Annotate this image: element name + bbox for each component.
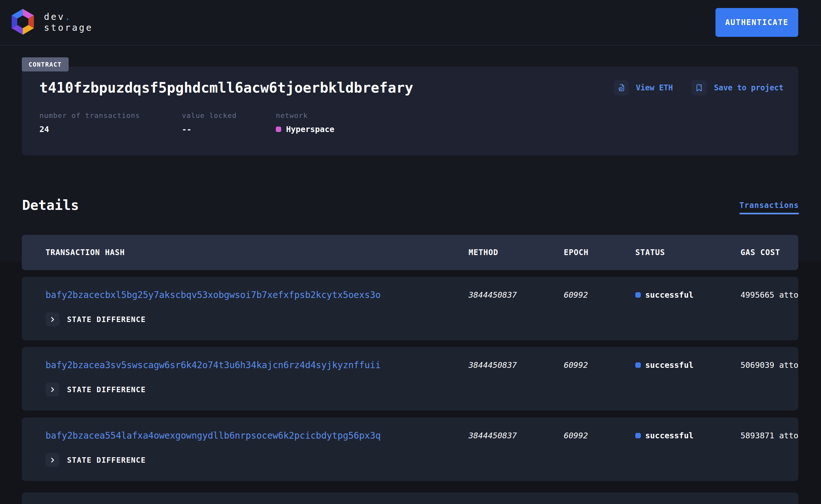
stat-network: network Hyperspace	[276, 112, 335, 134]
stat-value: Hyperspace	[276, 125, 335, 134]
status-badge: successful	[645, 431, 694, 440]
stat-label: network	[276, 112, 335, 120]
status-cell: successful	[635, 431, 741, 440]
state-difference-expander[interactable]: STATE DIFFERENCE	[46, 453, 146, 467]
brand-name: dev. storage	[44, 12, 93, 33]
tab-transactions[interactable]: Transactions	[740, 201, 799, 214]
brand-logo[interactable]: dev. storage	[8, 8, 93, 37]
status-dot-icon	[635, 433, 641, 438]
epoch-cell: 60992	[564, 431, 635, 440]
chevron-right-icon[interactable]	[46, 383, 59, 396]
hexagon-logo-icon	[8, 8, 37, 37]
state-difference-expander[interactable]: STATE DIFFERENCE	[46, 312, 146, 326]
column-epoch: EPOCH	[564, 248, 635, 257]
transaction-hash-link[interactable]: bafy2bzacecbxl5bg25y7akscbqv53xobgwsoi7b…	[46, 290, 469, 300]
brand-dot: .	[65, 12, 72, 22]
gas-cost-cell: 5069039 atto	[741, 360, 798, 370]
stat-value: 24	[39, 125, 182, 134]
chevron-right-icon[interactable]	[46, 453, 59, 467]
state-difference-label: STATE DIFFERENCE	[67, 315, 146, 324]
table-header: TRANSACTION HASH METHOD EPOCH STATUS GAS…	[22, 235, 798, 270]
brand-line2: storage	[44, 22, 93, 33]
status-dot-icon	[635, 362, 641, 368]
method-cell: 3844450837	[469, 431, 564, 440]
file-eye-icon	[613, 80, 629, 95]
network-name: Hyperspace	[286, 125, 335, 134]
chevron-right-icon[interactable]	[46, 312, 59, 326]
contract-card: CONTRACT t410fzbpuzdqsf5pghdcmll6acw6tjo…	[22, 67, 798, 155]
table-row: bafy2bzacecbxl5bg25y7akscbqv53xobgwsoi7b…	[22, 277, 798, 340]
brand-line1: dev	[44, 12, 65, 22]
stat-value-locked: value locked --	[182, 112, 276, 134]
contract-badge: CONTRACT	[22, 57, 69, 71]
stat-value: --	[182, 125, 276, 134]
transaction-hash-link[interactable]: bafy2bzacea3sv5swscagw6sr6k42o74t3u6h34k…	[46, 360, 469, 370]
stat-label: number of transactions	[39, 112, 182, 120]
status-cell: successful	[635, 290, 741, 300]
save-to-project-action[interactable]: Save to project	[692, 80, 784, 95]
status-badge: successful	[645, 290, 694, 300]
transaction-hash-link[interactable]: bafy2bzacea554lafxa4owexgowngydllb6nrpso…	[46, 430, 469, 441]
method-cell: 3844450837	[469, 360, 564, 370]
table-row-partial	[22, 492, 798, 504]
stat-label: value locked	[182, 112, 276, 120]
contract-address: t410fzbpuzdqsf5pghdcmll6acw6tjoerbkldbre…	[39, 79, 413, 96]
column-gas-cost: GAS COST	[741, 248, 798, 257]
contract-actions: View ETH Save to project	[613, 80, 784, 95]
network-dot-icon	[276, 127, 281, 132]
bookmark-icon	[692, 80, 707, 95]
transactions-count: 24	[39, 125, 49, 134]
state-difference-label: STATE DIFFERENCE	[67, 456, 146, 464]
stat-transactions: number of transactions 24	[39, 112, 182, 134]
method-cell: 3844450837	[469, 290, 564, 300]
save-to-project-label: Save to project	[714, 83, 784, 92]
gas-cost-cell: 4995665 atto	[741, 290, 798, 300]
column-method: METHOD	[469, 248, 564, 257]
epoch-cell: 60992	[564, 360, 635, 370]
status-dot-icon	[635, 292, 641, 298]
status-cell: successful	[635, 360, 741, 370]
contract-card-content: t410fzbpuzdqsf5pghdcmll6acw6tjoerbkldbre…	[22, 67, 798, 134]
epoch-cell: 60992	[564, 290, 635, 300]
table-row: bafy2bzacea3sv5swscagw6sr6k42o74t3u6h34k…	[22, 347, 798, 410]
details-title: Details	[22, 197, 79, 213]
column-status: STATUS	[635, 248, 741, 257]
table-row: bafy2bzacea554lafxa4owexgowngydllb6nrpso…	[22, 417, 798, 481]
authenticate-button[interactable]: AUTHENTICATE	[716, 8, 798, 37]
view-eth-label: View ETH	[636, 83, 673, 92]
status-badge: successful	[645, 360, 694, 370]
column-transaction-hash: TRANSACTION HASH	[46, 248, 469, 257]
view-eth-action[interactable]: View ETH	[613, 80, 673, 95]
state-difference-expander[interactable]: STATE DIFFERENCE	[46, 383, 146, 396]
gas-cost-cell: 5893871 atto	[741, 431, 798, 440]
state-difference-label: STATE DIFFERENCE	[67, 385, 146, 394]
contract-stats: number of transactions 24 value locked -…	[39, 112, 784, 134]
value-locked: --	[182, 125, 191, 134]
topbar: dev. storage AUTHENTICATE	[0, 0, 821, 45]
